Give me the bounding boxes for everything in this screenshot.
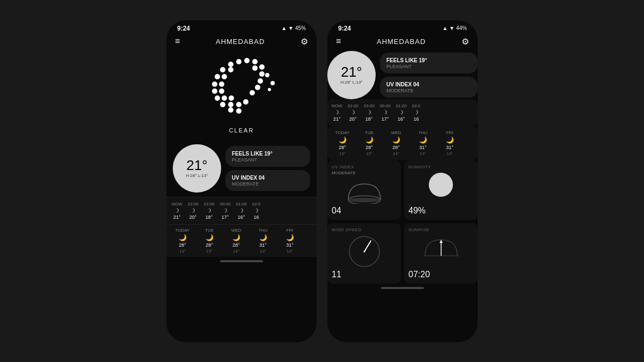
hourly-section-2: NOW ☽ 21° 22:00 ☽ 20° 23:00 ☽ 18° — [327, 99, 478, 126]
menu-icon-2[interactable]: ≡ — [336, 36, 341, 46]
status-icons-2: ▲ ▼ 44% — [442, 25, 467, 31]
svg-point-26 — [236, 108, 241, 114]
d2-item-4: FRI 🌙 31° 13° — [439, 130, 460, 156]
hourly-row-1: NOW ☽ 21° 22:00 ☽ 20° 23:00 ☽ 18° — [172, 202, 311, 220]
time-2: 9:24 — [338, 25, 351, 32]
phone1-content: CLEAR 21° H:28° L:13° FEELS LIKE 19° PLE… — [166, 51, 317, 257]
hourly-row-2: NOW ☽ 21° 22:00 ☽ 20° 23:00 ☽ 18° — [332, 104, 473, 122]
h2-item-0: NOW ☽ 21° — [332, 104, 342, 122]
d2-item-0: TODAY 🌙 28° 13° — [332, 130, 353, 156]
d2-item-3: THU 🌙 31° 13° — [412, 130, 434, 156]
sunrise-widget: SUNRISE 07:20 — [404, 223, 478, 284]
home-indicator-1 — [220, 260, 263, 262]
daily-item-4: FRI 🌙 31° 13° — [279, 228, 301, 254]
info-cards-1: FEELS LIKE 19° PLEASANT UV INDEX 04 MODE… — [225, 146, 310, 191]
time-1: 9:24 — [177, 25, 190, 32]
phone2-content: 21° H:28° L:13° FEELS LIKE 19° PLEASANT … — [327, 51, 478, 284]
svg-point-28 — [270, 81, 275, 85]
sunrise-visual — [422, 235, 460, 260]
feels-like-card-2: FEELS LIKE 19° PLEASANT — [380, 53, 478, 73]
daily-row-1: TODAY 🌙 28° 13° TUE 🌙 28° 15° WED 🌙 — [172, 228, 311, 254]
svg-point-6 — [252, 65, 258, 71]
uv-index-visual — [346, 180, 383, 204]
daily-section-2: TODAY 🌙 28° 13° TUE 🌙 28° 15° WED 🌙 — [327, 126, 478, 160]
hourly-section-1: NOW ☽ 21° 22:00 ☽ 20° 23:00 ☽ 18° — [166, 197, 317, 224]
hourly-item-4: 01:00 ☽ 16° — [236, 202, 247, 220]
svg-point-15 — [219, 88, 224, 94]
svg-point-8 — [215, 74, 220, 79]
wifi-icon: ▼ — [288, 25, 294, 31]
uv-sub-2: MODERATE — [386, 88, 471, 93]
uv-title-2: UV INDEX 04 — [386, 81, 471, 88]
settings-icon-1[interactable]: ⚙ — [301, 36, 308, 47]
svg-point-19 — [229, 95, 234, 101]
hourly-item-3: 00:00 ☽ 17° — [220, 202, 231, 220]
svg-point-2 — [244, 58, 250, 63]
temp-section-1: 21° H:28° L:13° FEELS LIKE 19° PLEASANT … — [166, 144, 317, 193]
signal-icon: ▲ — [281, 25, 287, 31]
svg-point-9 — [222, 74, 227, 79]
daily-section-1: TODAY 🌙 28° 13° TUE 🌙 28° 15° WED 🌙 — [166, 224, 317, 257]
svg-point-18 — [222, 95, 227, 101]
hourly-item-5: 02:0 ☽ 16 — [252, 202, 261, 220]
sunrise-widget-label: SUNRISE — [408, 227, 473, 232]
city-title-2: AHMEDABAD — [377, 38, 426, 46]
uv-widget-label: UV INDEX — [332, 165, 397, 169]
status-icons-1: ▲ ▼ 45% — [281, 25, 306, 31]
status-bar-1: 9:24 ▲ ▼ 45% — [166, 20, 317, 34]
menu-icon-1[interactable]: ≡ — [175, 36, 180, 46]
signal-icon-2: ▲ — [442, 25, 448, 31]
uv-sub-1: MODERATE — [232, 181, 304, 187]
svg-point-16 — [255, 85, 260, 90]
svg-point-29 — [268, 88, 271, 91]
svg-point-23 — [236, 102, 241, 107]
feels-like-card-1: FEELS LIKE 19° PLEASANT — [225, 146, 310, 167]
uv-card-1: UV INDEX 04 MODERATE — [225, 170, 310, 191]
temp-hl-2: H:28° L:13° — [340, 80, 362, 85]
humidity-widget-value: 49% — [408, 206, 473, 216]
uv-widget-value: 04 — [332, 206, 397, 216]
humidity-widget-label: HUMIDITY — [408, 165, 473, 169]
svg-point-22 — [228, 102, 233, 107]
temp-value-1: 21° — [186, 158, 207, 172]
sunrise-widget-value: 07:20 — [408, 270, 473, 279]
svg-point-13 — [258, 78, 263, 84]
svg-point-20 — [250, 90, 255, 95]
svg-point-21 — [220, 102, 225, 107]
daily-item-0: TODAY 🌙 28° 13° — [172, 228, 193, 254]
uv-title-1: UV INDEX 04 — [232, 174, 304, 181]
phone-1: 9:24 ▲ ▼ 45% ≡ AHMEDABAD ⚙ — [166, 20, 317, 342]
svg-point-11 — [212, 82, 217, 87]
moon-dot-matrix — [204, 56, 279, 121]
wifi-icon-2: ▼ — [449, 25, 455, 31]
weather-icon-area: CLEAR — [166, 51, 317, 144]
wind-visual — [348, 235, 380, 268]
temp-value-2: 21° — [341, 65, 362, 79]
wind-widget-value: 11 — [332, 270, 397, 279]
hourly-item-1: 22:00 ☽ 20° — [188, 202, 199, 220]
h2-item-1: 22:00 ☽ 20° — [348, 104, 358, 122]
nav-bar-1: ≡ AHMEDABAD ⚙ — [166, 34, 317, 51]
info-cards-2: FEELS LIKE 19° PLEASANT UV INDEX 04 MODE… — [380, 53, 478, 98]
settings-icon-2[interactable]: ⚙ — [462, 36, 469, 47]
hourly-item-0: NOW ☽ 21° — [172, 202, 182, 220]
battery-1: 45% — [295, 25, 306, 31]
feels-like-title-2: FEELS LIKE 19° — [386, 57, 471, 64]
svg-point-10 — [259, 71, 265, 77]
svg-point-24 — [243, 99, 248, 105]
svg-point-1 — [236, 59, 241, 64]
svg-point-5 — [228, 67, 233, 72]
battery-2: 44% — [456, 25, 467, 31]
wind-widget-label: WIND SPEED — [332, 227, 397, 232]
h2-item-5: 02:0 ☽ 16 — [412, 104, 421, 122]
status-bar-2: 9:24 ▲ ▼ 44% — [327, 20, 478, 34]
d2-item-2: WED 🌙 28° 14° — [385, 130, 407, 156]
phone-2: 9:24 ▲ ▼ 44% ≡ AHMEDABAD ⚙ 21° H:28° L:1… — [327, 20, 478, 342]
wind-widget: WIND SPEED 11 — [327, 223, 401, 284]
hourly-item-2: 23:00 ☽ 18° — [204, 202, 215, 220]
widget-grid: UV INDEX MODERATE 04 HUMIDITY — [327, 160, 478, 284]
daily-item-3: THU 🌙 31° 13° — [252, 228, 274, 254]
daily-item-1: TUE 🌙 28° 15° — [199, 228, 220, 254]
temp-circle-2: 21° H:28° L:13° — [327, 51, 376, 99]
top-section-2: 21° H:28° L:13° FEELS LIKE 19° PLEASANT … — [327, 51, 478, 99]
